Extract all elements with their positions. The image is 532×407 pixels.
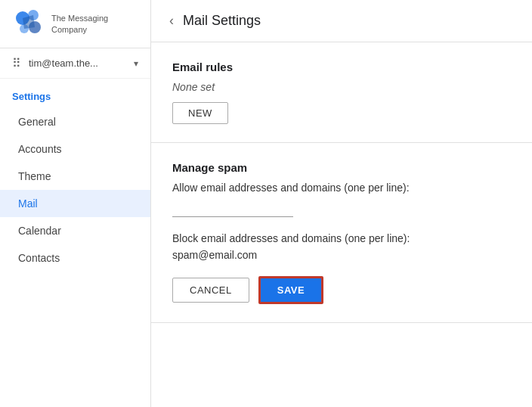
logo-company: The Messaging Company: [51, 13, 138, 35]
settings-section-label: Settings: [0, 79, 150, 108]
logo-icon: [12, 8, 45, 41]
dropdown-arrow-icon: ▾: [134, 58, 138, 69]
main-content: ‹ Mail Settings Email rules None set NEW…: [151, 0, 532, 407]
page-header: ‹ Mail Settings: [151, 0, 532, 42]
logo-area: The Messaging Company: [0, 0, 150, 48]
email-rules-title: Email rules: [172, 61, 511, 73]
save-button[interactable]: SAVE: [258, 276, 323, 304]
sidebar: The Messaging Company ⠿ tim@team.the... …: [0, 0, 151, 407]
sidebar-item-contacts[interactable]: Contacts: [0, 244, 150, 272]
allow-input[interactable]: [172, 198, 293, 217]
sidebar-item-calendar[interactable]: Calendar: [0, 217, 150, 244]
email-rules-section: Email rules None set NEW: [151, 42, 532, 143]
sidebar-item-general[interactable]: General: [0, 108, 150, 135]
manage-spam-title: Manage spam: [172, 161, 511, 174]
sidebar-item-accounts[interactable]: Accounts: [0, 135, 150, 163]
sidebar-item-theme[interactable]: Theme: [0, 163, 150, 190]
user-email: tim@team.the...: [29, 57, 131, 69]
action-buttons: CANCEL SAVE: [172, 276, 511, 304]
new-rule-button[interactable]: NEW: [172, 102, 228, 124]
block-value: spam@email.com: [172, 249, 511, 261]
cancel-button[interactable]: CANCEL: [172, 278, 249, 303]
manage-spam-section: Manage spam Allow email addresses and do…: [151, 143, 532, 323]
sidebar-item-mail[interactable]: Mail: [0, 190, 150, 217]
allow-label: Allow email addresses and domains (one p…: [172, 182, 511, 194]
user-row[interactable]: ⠿ tim@team.the... ▾: [0, 48, 150, 79]
grid-icon: ⠿: [12, 56, 21, 70]
block-label: Block email addresses and domains (one p…: [172, 232, 511, 244]
page-title: Mail Settings: [183, 13, 261, 29]
logo-text: The Messaging Company: [51, 13, 138, 35]
back-button[interactable]: ‹: [169, 13, 174, 29]
none-set-text: None set: [172, 81, 511, 93]
